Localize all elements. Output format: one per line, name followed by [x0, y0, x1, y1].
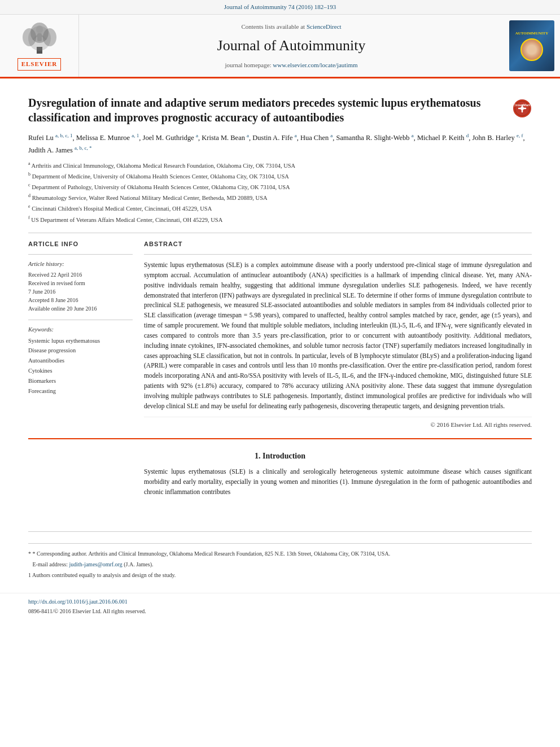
- doi-link[interactable]: http://dx.doi.org/10.1016/j.jaut.2016.06…: [28, 599, 128, 605]
- revised-label: Received in revised form: [28, 279, 133, 287]
- affiliation-e: e Cincinnati Children's Hospital Medical…: [28, 203, 532, 213]
- email-label: E-mail address:: [33, 561, 68, 567]
- issn-line: 0896-8411/© 2016 Elsevier Ltd. All right…: [28, 608, 532, 615]
- abstract-text: Systemic lupus erythematosus (SLE) is a …: [144, 260, 532, 411]
- journal-title: Journal of Autoimmunity: [217, 36, 366, 56]
- intro-body: Systemic lupus erythematosus (SLE) is a …: [144, 467, 532, 497]
- introduction-title: 1. Introduction: [28, 451, 532, 462]
- sciencedirect-line: Contents lists available at ScienceDirec…: [241, 23, 341, 31]
- intro-right-col: Systemic lupus erythematosus (SLE) is a …: [144, 467, 532, 497]
- keyword-5: Biomarkers: [28, 376, 133, 386]
- affiliation-a: a Arthritis and Clinical Immunology, Okl…: [28, 160, 532, 170]
- crossmark-svg: CrossMark: [514, 101, 530, 116]
- crossmark-logo[interactable]: CrossMark: [512, 98, 532, 118]
- footnotes-divider: [28, 531, 532, 532]
- journal-header: ELSEVIER Contents lists available at Sci…: [0, 15, 560, 78]
- top-bar: Journal of Autoimmunity 74 (2016) 182–19…: [0, 0, 560, 15]
- divider-1: [28, 254, 133, 255]
- keyword-4: Cytokines: [28, 366, 133, 376]
- doi-line: http://dx.doi.org/10.1016/j.jaut.2016.06…: [28, 598, 532, 606]
- journal-cover-section: AUTOIMMUNITY: [504, 15, 560, 77]
- corresponding-label: * Corresponding author.: [33, 551, 88, 557]
- affiliation-f: f US Department of Veterans Affairs Medi…: [28, 215, 532, 224]
- keyword-3: Autoantibodies: [28, 356, 133, 366]
- bottom-bar: http://dx.doi.org/10.1016/j.jaut.2016.06…: [0, 593, 560, 620]
- introduction-section: 1. Introduction Systemic lupus erythemat…: [28, 451, 532, 497]
- intro-title: Introduction: [262, 452, 305, 460]
- homepage-url[interactable]: www.elsevier.com/locate/jautimm: [273, 62, 357, 68]
- homepage-label: journal homepage:: [225, 62, 271, 68]
- article-title-text: Dysregulation of innate and adaptive ser…: [28, 95, 512, 125]
- main-separator: [28, 438, 532, 439]
- abstract-body: Systemic lupus erythematosus (SLE) is a …: [144, 260, 532, 411]
- divider-2: [28, 320, 133, 320]
- affiliation-c: c Department of Pathology, University of…: [28, 182, 532, 191]
- intro-two-col: Systemic lupus erythematosus (SLE) is a …: [28, 467, 532, 497]
- footnotes-section: * * Corresponding author. Arthritis and …: [0, 531, 560, 593]
- affiliation-d: d Rheumatology Service, Walter Reed Nati…: [28, 193, 532, 202]
- keyword-1: Systemic lupus erythematosus: [28, 336, 133, 346]
- elsevier-wordmark: ELSEVIER: [18, 58, 62, 70]
- copyright-line: © 2016 Elsevier Ltd. All rights reserved…: [144, 417, 532, 429]
- keywords-section: Keywords: Systemic lupus erythematosus D…: [28, 326, 133, 396]
- journal-header-center: Contents lists available at ScienceDirec…: [79, 15, 504, 77]
- corresponding-footnote: * * Corresponding author. Arthritis and …: [28, 549, 532, 558]
- elsevier-logo: ELSEVIER: [17, 21, 62, 70]
- history-label: Article history:: [28, 260, 133, 269]
- svg-rect-6: [37, 33, 42, 41]
- intro-left-col: [28, 467, 133, 497]
- sciencedirect-link[interactable]: ScienceDirect: [307, 23, 342, 30]
- accepted-date: Accepted 8 June 2016: [28, 296, 133, 304]
- homepage-line: journal homepage: www.elsevier.com/locat…: [225, 61, 357, 69]
- journal-reference: Journal of Autoimmunity 74 (2016) 182–19…: [224, 3, 336, 10]
- abstract-label: ABSTRACT: [144, 240, 532, 248]
- corresponding-text: Arthritis and Clinical Immunology, Oklah…: [88, 551, 390, 557]
- svg-point-11: [520, 107, 524, 110]
- elsevier-logo-section: ELSEVIER: [0, 15, 79, 77]
- article-info-label: ARTICLE INFO: [28, 240, 133, 248]
- cover-image: [520, 38, 543, 61]
- footnotes-area: * * Corresponding author. Arthritis and …: [28, 543, 532, 579]
- keyword-6: Forecasting: [28, 386, 133, 396]
- keywords-label: Keywords:: [28, 326, 133, 334]
- article-content: Dysregulation of innate and adaptive ser…: [0, 78, 560, 508]
- email-link[interactable]: judith-james@omrf.org: [69, 561, 122, 567]
- divider-3: [144, 254, 532, 255]
- email-name: (J.A. James).: [124, 561, 153, 567]
- article-info-abstract: ARTICLE INFO Article history: Received 2…: [28, 233, 532, 430]
- svg-point-5: [36, 25, 43, 33]
- affiliations-list: a Arthritis and Clinical Immunology, Okl…: [28, 160, 532, 224]
- article-info-column: ARTICLE INFO Article history: Received 2…: [28, 240, 133, 430]
- authors-line: Rufei Lu a, b, c, 1, Melissa E. Munroe a…: [28, 132, 532, 155]
- received-date: Received 22 April 2016: [28, 270, 133, 279]
- elsevier-tree-icon: [17, 21, 62, 55]
- cover-title: AUTOIMMUNITY: [515, 31, 549, 36]
- abstract-column: ABSTRACT Systemic lupus erythematosus (S…: [144, 240, 532, 430]
- article-history: Article history: Received 22 April 2016 …: [28, 260, 133, 313]
- keywords-list: Systemic lupus erythematosus Disease pro…: [28, 336, 133, 396]
- contrib-footnote: 1 Authors contributed equally to analysi…: [28, 571, 532, 579]
- revised-date: 7 June 2016: [28, 287, 133, 296]
- article-title-section: Dysregulation of innate and adaptive ser…: [28, 95, 532, 125]
- intro-number: 1.: [255, 452, 261, 460]
- email-footnote: E-mail address: judith-james@omrf.org (J…: [28, 560, 532, 569]
- keyword-2: Disease progression: [28, 346, 133, 356]
- contents-text: Contents lists available at: [241, 23, 305, 30]
- journal-cover: AUTOIMMUNITY: [509, 20, 554, 71]
- crossmark-icon: CrossMark: [513, 99, 531, 117]
- available-date: Available online 20 June 2016: [28, 304, 133, 313]
- affiliation-b: b Department of Medicine, University of …: [28, 171, 532, 181]
